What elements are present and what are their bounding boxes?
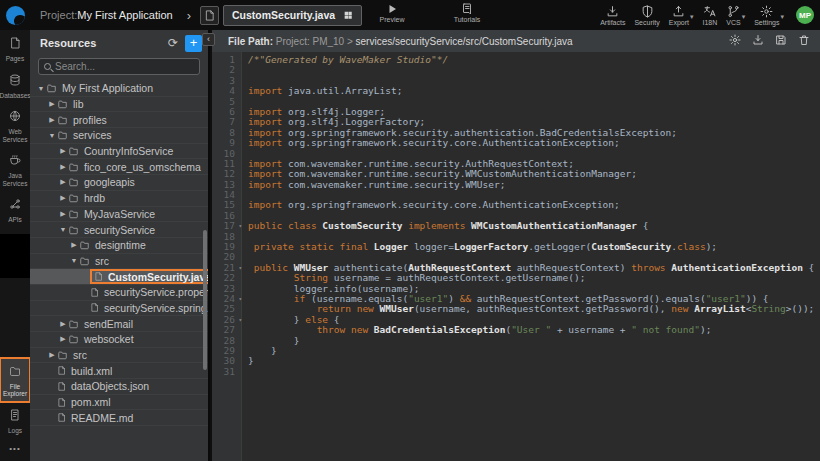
- panel-collapse-button[interactable]: ‹: [202, 33, 215, 46]
- code-line-17: 17▾public class CustomSecurity implement…: [212, 221, 820, 231]
- folder-icon: [68, 177, 79, 187]
- gear-icon: [760, 5, 773, 18]
- save-icon[interactable]: [775, 32, 787, 50]
- folder-icon: [68, 209, 79, 219]
- expand-arrow-icon[interactable]: ▶: [58, 178, 68, 186]
- project-name[interactable]: My First Application: [77, 9, 172, 21]
- tree-item-securityservice-properties[interactable]: securityService.properties: [30, 285, 208, 301]
- tutorials-button[interactable]: Tutorials: [450, 3, 484, 23]
- rail-item-pages[interactable]: Pages: [0, 30, 30, 67]
- tree-item-label: MyJavaService: [84, 208, 155, 220]
- wavemaker-studio-window: Project:My First Application › CustomSec…: [0, 0, 820, 461]
- tree-item-profiles[interactable]: ▶profiles: [30, 112, 208, 128]
- rail-item-logs[interactable]: Logs: [0, 402, 30, 439]
- fold-arrow-icon[interactable]: ▾: [238, 294, 242, 304]
- tree-item-myjavaservice[interactable]: ▶MyJavaService: [30, 207, 208, 223]
- rail-item-web-services[interactable]: Web Services: [0, 103, 30, 147]
- collapse-arrow-icon[interactable]: ▼: [69, 257, 79, 264]
- editor-settings-gear-icon[interactable]: [729, 32, 741, 50]
- tree-item-label: websocket: [84, 333, 134, 345]
- line-number: 6: [212, 107, 242, 117]
- tree-item-securityservice[interactable]: ▼securityService: [30, 222, 208, 238]
- left-rail: Pages Databases Web Services Java Servic…: [0, 30, 30, 461]
- expand-arrow-icon[interactable]: ▶: [47, 100, 57, 108]
- tree-item-customsecurity-java[interactable]: CustomSecurity.java: [30, 269, 208, 285]
- fold-arrow-icon[interactable]: ▾: [238, 221, 242, 231]
- tree-item-my-first-application[interactable]: ▼My First Application: [30, 81, 208, 97]
- search-input[interactable]: [55, 61, 194, 72]
- file-icon: [57, 365, 66, 376]
- tree-item-designtime[interactable]: ▶designtime: [30, 238, 208, 254]
- expand-arrow-icon[interactable]: ▶: [58, 210, 68, 218]
- tree-item-build-xml[interactable]: build.xml: [30, 363, 208, 379]
- tree-item-services[interactable]: ▼services: [30, 128, 208, 144]
- expand-arrow-icon[interactable]: ▶: [47, 116, 57, 124]
- fold-arrow-icon[interactable]: ▾: [238, 315, 242, 325]
- export-button[interactable]: Export: [669, 5, 689, 26]
- download-file-icon[interactable]: [752, 32, 764, 50]
- expand-arrow-icon[interactable]: ▶: [69, 241, 79, 249]
- line-number: 7: [212, 117, 242, 127]
- vcs-button[interactable]: VCS: [726, 5, 740, 26]
- artifacts-button[interactable]: Artifacts: [600, 5, 625, 26]
- expand-arrow-icon[interactable]: ▶: [58, 147, 68, 155]
- security-button[interactable]: Security: [634, 5, 659, 26]
- add-resource-button[interactable]: +: [185, 35, 202, 52]
- tree-item-hrdb[interactable]: ▶hrdb: [30, 191, 208, 207]
- collapse-arrow-icon[interactable]: ▼: [58, 226, 68, 233]
- tree-item-securityservice-spring-xml[interactable]: securityService.spring.xml: [30, 301, 208, 317]
- tree-item-label: CountryInfoService: [84, 145, 173, 157]
- tree-item-websocket[interactable]: ▶websocket: [30, 332, 208, 348]
- tree-item-label: src: [73, 349, 87, 361]
- fold-arrow-icon[interactable]: ▾: [238, 263, 242, 273]
- code-editor[interactable]: File Path: Project: PM_10 > services/sec…: [212, 30, 820, 461]
- tree-item-countryinfoservice[interactable]: ▶CountryInfoService: [30, 144, 208, 160]
- collapse-arrow-icon[interactable]: ▼: [36, 85, 46, 92]
- collapse-arrow-icon[interactable]: ▼: [47, 132, 57, 139]
- folder-icon: [57, 350, 68, 360]
- folder-icon: [68, 146, 79, 156]
- code-text: import com.wavemaker.runtime.security.WM…: [242, 180, 505, 190]
- tree-item-googleapis[interactable]: ▶googleapis: [30, 175, 208, 191]
- rail-item-java-services[interactable]: Java Services: [0, 147, 30, 191]
- refresh-icon[interactable]: ⟳: [168, 36, 178, 50]
- rail-item-databases[interactable]: Databases: [0, 67, 30, 104]
- resource-search[interactable]: [38, 58, 200, 75]
- file-type-icon[interactable]: [200, 6, 219, 25]
- code-area[interactable]: 1/*"Generated by WaveMaker Studio"*/234i…: [212, 52, 820, 461]
- file-path: File Path: Project: PM_10 > services/sec…: [228, 36, 729, 47]
- user-avatar[interactable]: MP: [796, 6, 814, 24]
- tree-item-lib[interactable]: ▶lib: [30, 97, 208, 113]
- tree-item-sendemail[interactable]: ▶sendEmail: [30, 316, 208, 332]
- trash-icon[interactable]: [798, 32, 810, 50]
- rail-item-file-explorer[interactable]: File Explorer: [0, 358, 30, 402]
- expand-arrow-icon[interactable]: ▶: [47, 351, 57, 359]
- wavemaker-logo-icon[interactable]: [0, 0, 30, 30]
- tree-item-pom-xml[interactable]: pom.xml: [30, 395, 208, 411]
- file-icon: [94, 271, 103, 282]
- code-line-27: 27 throw new BadCredentialsException("Us…: [212, 325, 820, 335]
- settings-button[interactable]: Settings: [754, 5, 779, 26]
- tree-item-dataobjects-json[interactable]: dataObjects.json: [30, 379, 208, 395]
- database-icon: [9, 72, 21, 90]
- tree-item-src[interactable]: ▶src: [30, 348, 208, 364]
- grid-icon[interactable]: [343, 10, 353, 20]
- tree-item-fico-core-us-omschema[interactable]: ▶fico_core_us_omschema: [30, 159, 208, 175]
- preview-button[interactable]: Preview: [377, 3, 407, 23]
- tree-item-src[interactable]: ▼src: [30, 254, 208, 270]
- i18n-button[interactable]: I18N: [702, 5, 717, 26]
- file-icon: [57, 412, 66, 423]
- tree-item-readme-md[interactable]: README.md: [30, 410, 208, 426]
- expand-arrow-icon[interactable]: ▶: [58, 194, 68, 202]
- code-text: [242, 65, 248, 75]
- more-options-icon[interactable]: •••: [9, 438, 20, 461]
- download-tray-icon: [606, 5, 619, 18]
- tree-item-label: googleapis: [84, 176, 135, 188]
- rail-item-apis[interactable]: APIs: [0, 191, 30, 228]
- tree-scrollbar[interactable]: [203, 230, 207, 370]
- expand-arrow-icon[interactable]: ▶: [58, 320, 68, 328]
- expand-arrow-icon[interactable]: ▶: [58, 335, 68, 343]
- expand-arrow-icon[interactable]: ▶: [58, 163, 68, 171]
- tab-customsecurity-java[interactable]: CustomSecurity.java: [223, 5, 362, 26]
- folder-icon: [79, 240, 90, 250]
